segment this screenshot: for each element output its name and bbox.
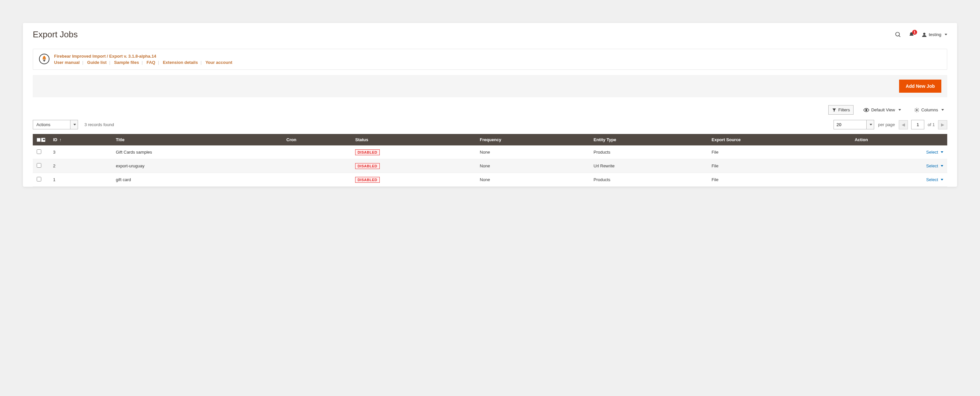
filters-label: Filters (838, 107, 850, 112)
table-row: 2 export-uruguay DISABLED None Url Rewri… (33, 159, 947, 173)
funnel-icon (832, 108, 837, 112)
cell-entity: Products (590, 173, 708, 187)
svg-line-1 (899, 35, 900, 37)
extension-title: Firebear Improved Import / Export v. 3.1… (54, 54, 232, 59)
grid-toolbar: Filters Default View Columns (33, 105, 947, 115)
status-badge: DISABLED (355, 177, 379, 183)
svg-point-4 (865, 109, 867, 111)
firebear-logo-icon (39, 54, 49, 64)
cell-frequency: None (476, 159, 589, 173)
link-user-manual[interactable]: User manual (54, 60, 80, 65)
per-page-input[interactable] (834, 120, 866, 129)
cell-title: export-uruguay (112, 159, 283, 173)
row-checkbox[interactable] (37, 177, 41, 181)
sort-asc-icon: ↑ (59, 137, 62, 142)
header-actions: 1 testing (895, 32, 947, 38)
svg-point-0 (896, 32, 899, 36)
col-frequency[interactable]: Frequency (476, 134, 589, 145)
row-select-action[interactable]: Select (854, 164, 943, 169)
action-bar: Add New Job (33, 75, 947, 97)
default-view-label: Default View (871, 107, 895, 112)
cell-id: 2 (49, 159, 112, 173)
col-title[interactable]: Title (112, 134, 283, 145)
cell-id: 1 (49, 173, 112, 187)
cell-frequency: None (476, 173, 589, 187)
cell-title: Gift Cards samples (112, 145, 283, 159)
pager: ◀ of 1 ▶ (899, 120, 947, 129)
per-page-label: per page (878, 122, 895, 127)
user-name: testing (929, 32, 941, 37)
page-title: Export Jobs (33, 29, 78, 40)
cell-entity: Url Rewrite (590, 159, 708, 173)
user-menu[interactable]: testing (922, 32, 947, 37)
cell-cron (282, 145, 351, 159)
cell-cron (282, 159, 351, 173)
cell-id: 3 (49, 145, 112, 159)
records-count: 3 records found (84, 122, 114, 127)
svg-point-2 (923, 33, 925, 35)
columns-button[interactable]: Columns (911, 105, 947, 115)
table-row: 1 gift card DISABLED None Products File … (33, 173, 947, 187)
prev-page-button[interactable]: ◀ (899, 120, 908, 129)
grid-body: 3 Gift Cards samples DISABLED None Produ… (33, 145, 947, 187)
link-guide-list[interactable]: Guide list (87, 60, 107, 65)
cell-source: File (708, 145, 851, 159)
cell-frequency: None (476, 145, 589, 159)
row-select-action[interactable]: Select (854, 149, 943, 154)
col-source[interactable]: Export Source (708, 134, 851, 145)
notification-badge: 1 (912, 30, 917, 35)
cell-entity: Products (590, 145, 708, 159)
notifications-icon[interactable]: 1 (908, 32, 915, 38)
jobs-grid: ID↑ Title Cron Status Frequency Entity T… (33, 134, 947, 187)
extension-links: User manual| Guide list| Sample files| F… (54, 60, 232, 65)
filters-button[interactable]: Filters (828, 105, 854, 115)
row-checkbox[interactable] (37, 149, 41, 154)
chevron-down-icon (899, 109, 901, 111)
user-icon (922, 32, 927, 37)
col-select-all[interactable] (33, 134, 49, 145)
grid-controls: Actions 3 records found per page ◀ of 1 … (33, 120, 947, 129)
eye-icon (863, 108, 869, 112)
mass-actions-dropdown[interactable]: Actions (33, 120, 78, 129)
gear-icon (914, 107, 920, 113)
col-status[interactable]: Status (351, 134, 476, 145)
link-your-account[interactable]: Your account (205, 60, 232, 65)
cell-title: gift card (112, 173, 283, 187)
status-badge: DISABLED (355, 149, 379, 155)
col-entity[interactable]: Entity Type (590, 134, 708, 145)
link-faq[interactable]: FAQ (146, 60, 155, 65)
page-input[interactable] (911, 120, 924, 129)
chevron-down-icon (945, 34, 947, 35)
extension-info-text: Firebear Improved Import / Export v. 3.1… (54, 54, 232, 65)
link-extension-details[interactable]: Extension details (163, 60, 198, 65)
admin-panel: Export Jobs 1 testing Firebear Improved … (23, 23, 957, 187)
cell-cron (282, 173, 351, 187)
default-view-button[interactable]: Default View (860, 105, 904, 115)
col-action: Action (851, 134, 947, 145)
row-checkbox[interactable] (37, 163, 41, 168)
per-page-selector[interactable] (834, 120, 874, 129)
page-header: Export Jobs 1 testing (23, 23, 957, 43)
page-of-label: of 1 (928, 122, 935, 127)
extension-info: Firebear Improved Import / Export v. 3.1… (33, 49, 947, 70)
chevron-down-icon[interactable] (70, 120, 78, 129)
chevron-down-icon (941, 109, 944, 111)
cell-source: File (708, 173, 851, 187)
columns-label: Columns (921, 107, 938, 112)
row-select-action[interactable]: Select (854, 177, 943, 182)
mass-actions-label: Actions (33, 120, 70, 129)
chevron-down-icon[interactable] (866, 120, 874, 129)
col-cron[interactable]: Cron (282, 134, 351, 145)
add-new-job-button[interactable]: Add New Job (899, 80, 941, 93)
table-row: 3 Gift Cards samples DISABLED None Produ… (33, 145, 947, 159)
search-icon[interactable] (895, 32, 901, 38)
svg-point-5 (916, 110, 918, 111)
cell-source: File (708, 159, 851, 173)
status-badge: DISABLED (355, 163, 379, 169)
link-sample-files[interactable]: Sample files (114, 60, 139, 65)
col-id[interactable]: ID↑ (49, 134, 112, 145)
next-page-button[interactable]: ▶ (938, 120, 947, 129)
